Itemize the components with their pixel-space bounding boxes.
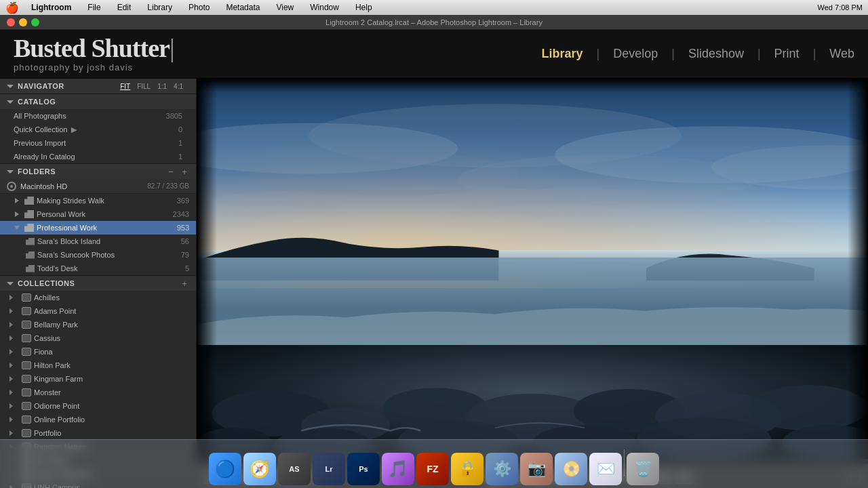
close-button[interactable] (7, 18, 15, 26)
folder-todds-desk[interactable]: Todd's Desk 5 (0, 262, 196, 275)
apple-menu[interactable]: 🍎 (5, 1, 19, 14)
folder-label: Personal Work (37, 210, 173, 218)
dock-itunes[interactable]: 🎵 (382, 453, 414, 485)
quick-collection-item[interactable]: Quick Collection ▶ 0 (0, 123, 196, 136)
folder-expand-icon[interactable] (12, 209, 22, 219)
folders-minus-btn[interactable]: − (166, 167, 176, 177)
app-title-text: Busted Shutter (14, 34, 170, 62)
zoom-4to1[interactable]: 4:1 (172, 82, 185, 91)
system-prefs-icon: ⚙️ (493, 460, 511, 478)
collection-expand-icon[interactable] (9, 349, 18, 354)
folder-saras-block-island[interactable]: Sara's Block Island 56 (0, 235, 196, 248)
help-menu[interactable]: Help (351, 1, 376, 14)
collection-expand-icon[interactable] (9, 322, 18, 327)
view-menu[interactable]: View (272, 1, 298, 14)
dock-filezilla[interactable]: FZ (416, 453, 449, 485)
catalog-header[interactable]: Catalog (0, 94, 196, 109)
collection-expand-icon[interactable] (9, 308, 18, 314)
collection-item[interactable]: Portfolio (0, 426, 196, 440)
nav-develop[interactable]: Develop (613, 47, 658, 61)
nav-library[interactable]: Library (541, 47, 583, 61)
app-title: Busted Shutter| (14, 35, 174, 61)
folder-expand-icon[interactable] (12, 196, 22, 205)
file-menu[interactable]: File (83, 1, 104, 14)
app-nav: Library | Develop | Slideshow | Print | … (541, 47, 854, 61)
dock-security[interactable]: 🔒 (451, 453, 484, 485)
dock-photoshop[interactable]: Ps (347, 453, 380, 485)
collection-expand-icon[interactable] (9, 363, 18, 368)
collection-icon (22, 429, 31, 437)
app-container: Busted Shutter| photography by josh davi… (0, 30, 868, 488)
collections-plus-btn[interactable]: + (180, 279, 189, 289)
dock-system-prefs[interactable]: ⚙️ (486, 453, 518, 485)
nav-print[interactable]: Print (774, 47, 800, 61)
folder-icon (24, 210, 34, 218)
window-menu[interactable]: Window (306, 1, 343, 14)
navigator-collapse-icon (7, 85, 14, 88)
photo-menu[interactable]: Photo (184, 1, 214, 14)
folders-label: Folders (18, 167, 166, 176)
collection-item[interactable]: Bellamy Park (0, 318, 196, 331)
maximize-button[interactable] (31, 18, 39, 26)
minimize-button[interactable] (19, 18, 27, 26)
app-menu[interactable]: Lightroom (27, 1, 75, 14)
ps-icon-text: Ps (359, 465, 368, 473)
folder-label: Professional Work (37, 224, 177, 232)
previous-import-item[interactable]: Previous Import 1 (0, 136, 196, 150)
collection-item[interactable]: Kingman Farm (0, 372, 196, 386)
dock-trash[interactable]: 🗑️ (627, 453, 659, 485)
dock-lightroom[interactable]: Lr (313, 453, 345, 485)
metadata-menu[interactable]: Metadata (222, 1, 264, 14)
photo-area: Import... Export... (197, 79, 868, 488)
zoom-1to1[interactable]: 1:1 (155, 82, 169, 91)
folder-icon (26, 265, 35, 272)
folders-header[interactable]: Folders − + (0, 164, 196, 179)
nav-web[interactable]: Web (829, 47, 854, 61)
already-in-catalog-item[interactable]: Already In Catalog 1 (0, 150, 196, 163)
collection-expand-icon[interactable] (9, 403, 18, 409)
collection-expand-icon[interactable] (9, 390, 18, 395)
dock-script[interactable]: AS (278, 453, 311, 485)
collection-expand-icon[interactable] (9, 376, 18, 382)
app-logo: Busted Shutter| photography by josh davi… (14, 35, 174, 73)
collection-expand-icon[interactable] (9, 295, 18, 300)
folder-saras-suncook[interactable]: Sara's Suncook Photos 79 (0, 248, 196, 262)
hd-item[interactable]: Macintosh HD 82.7 / 233 GB (0, 179, 196, 194)
library-menu[interactable]: Library (143, 1, 176, 14)
collection-icon (22, 415, 31, 424)
dock-finder[interactable]: 🔵 (209, 453, 241, 485)
collection-item[interactable]: Online Portfolio (0, 413, 196, 426)
collection-item[interactable]: Adams Point (0, 304, 196, 318)
navigator-header[interactable]: Navigator FIT FILL 1:1 4:1 (0, 79, 196, 94)
collections-header[interactable]: Collections + (0, 276, 196, 291)
collection-expand-icon[interactable] (9, 430, 18, 436)
folders-plus-btn[interactable]: + (180, 167, 189, 177)
folder-label: Todd's Desk (37, 264, 185, 272)
folder-personal-work[interactable]: Personal Work 2343 (0, 207, 196, 221)
all-photographs-item[interactable]: All Photographs 3805 (0, 109, 196, 123)
folder-count: 79 (181, 251, 189, 259)
folder-making-strides[interactable]: Making Strides Walk 369 (0, 194, 196, 207)
dock-safari[interactable]: 🧭 (243, 453, 276, 485)
collection-item[interactable]: Achilles (0, 291, 196, 304)
dock-extras[interactable]: 📷 (520, 453, 553, 485)
catalog-label: Catalog (18, 98, 189, 106)
zoom-fit[interactable]: FIT (118, 82, 132, 91)
photo-main[interactable] (197, 79, 868, 460)
zoom-fill[interactable]: FILL (135, 82, 153, 91)
collection-item[interactable]: Fiona (0, 345, 196, 359)
folder-professional-work[interactable]: Professional Work 953 (0, 221, 196, 235)
collection-expand-icon[interactable] (9, 417, 18, 422)
menu-bar: 🍎 Lightroom File Edit Library Photo Meta… (0, 0, 868, 15)
collection-item[interactable]: Cassius (0, 331, 196, 345)
collection-expand-icon[interactable] (9, 336, 18, 341)
dock-dvd[interactable]: 📀 (555, 453, 587, 485)
edit-menu[interactable]: Edit (113, 1, 136, 14)
collection-item[interactable]: Odiorne Point (0, 399, 196, 413)
dock-divider (624, 449, 625, 476)
collection-item[interactable]: Monster (0, 386, 196, 399)
dock-mail[interactable]: ✉️ (589, 453, 622, 485)
nav-slideshow[interactable]: Slideshow (688, 47, 744, 61)
collection-item[interactable]: Hilton Park (0, 359, 196, 372)
folder-expand-icon[interactable] (12, 223, 22, 232)
